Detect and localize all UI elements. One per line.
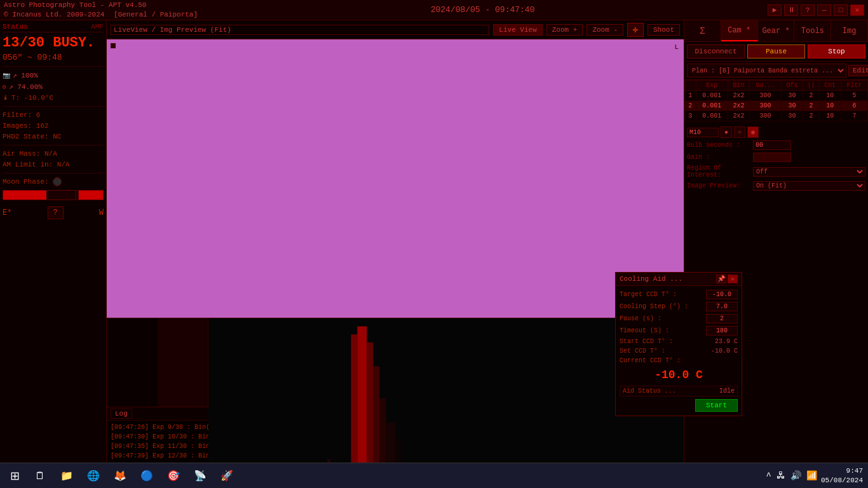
row3-sep: 2 bbox=[803, 111, 820, 121]
right-tabs: Σ Cam * Gear * Tools Img bbox=[684, 20, 868, 42]
maximize-btn[interactable]: □ bbox=[834, 4, 848, 16]
gain-input[interactable] bbox=[753, 152, 791, 162]
region-select[interactable]: Off bbox=[753, 167, 865, 177]
timeout-input[interactable] bbox=[706, 326, 738, 336]
table-row[interactable]: 3 0.001 2x2 300 30 2 10 7 bbox=[685, 111, 868, 121]
tab-cam[interactable]: Cam * bbox=[721, 20, 758, 41]
tray-network-icon[interactable]: 🖧 bbox=[776, 471, 785, 481]
pause-btn[interactable]: ⏸ bbox=[784, 4, 798, 16]
filter-label: Filter: 6 bbox=[3, 111, 40, 119]
dot-btn-1[interactable]: ● bbox=[721, 126, 732, 138]
table-row[interactable]: 2 0.001 2x2 300 30 2 10 6 bbox=[685, 101, 868, 111]
th-gain: Ga... bbox=[749, 81, 781, 91]
taskbar-circle-icon[interactable]: 🔵 bbox=[135, 466, 158, 486]
stat-pct-2: ↗ 74.00% bbox=[9, 83, 43, 91]
th-num bbox=[685, 81, 696, 91]
sys-tray: ^ 🖧 🔊 📶 bbox=[766, 470, 817, 481]
airmass-label: Air Mass: N/A bbox=[3, 150, 57, 158]
taskbar-target-icon[interactable]: 🎯 bbox=[162, 466, 185, 486]
cooling-popup-title: Cooling Aid ... bbox=[620, 275, 682, 283]
current-temp-display: -10.0 C bbox=[620, 367, 738, 383]
title-left: Astro Photography Tool - APT v4.50 © Inc… bbox=[4, 1, 198, 19]
row1-bin: 2x2 bbox=[728, 91, 749, 101]
cooling-step-input[interactable] bbox=[706, 302, 738, 311]
stop-btn[interactable]: Stop bbox=[808, 44, 865, 58]
start-menu-btn[interactable]: ⊞ bbox=[5, 466, 25, 485]
aid-status-value: Idle bbox=[719, 388, 735, 395]
plan-select[interactable]: Plan : [B] Paiporta Banda estreta ... bbox=[687, 64, 846, 78]
tray-wifi-icon[interactable]: 📶 bbox=[806, 470, 817, 481]
current-ccd-row: Current CCD T° : bbox=[620, 357, 738, 364]
m10-input[interactable] bbox=[687, 128, 719, 137]
main-container: Status AMF 13/30 BUSY. 056" ~ 09:48 📷 ↗ … bbox=[0, 20, 868, 488]
popup-pin-btn[interactable]: 📌 bbox=[716, 274, 726, 283]
dot-btn-2[interactable]: ○ bbox=[734, 126, 745, 138]
set-ccd-value: -10.0 C bbox=[706, 348, 738, 355]
liveview-title-text: LiveView / Img Preview (Fit) bbox=[114, 26, 231, 34]
stat-row-1: 📷 ↗ 100% bbox=[3, 71, 104, 80]
moon-phase-label: Moon Phase: bbox=[3, 178, 49, 186]
taskbar-apt-icon[interactable]: 📡 bbox=[189, 466, 212, 486]
progress-bars bbox=[3, 190, 104, 200]
progress-bar-2 bbox=[78, 190, 104, 200]
popup-close-btn[interactable]: ✕ bbox=[728, 274, 738, 283]
amlimit-label: AM Limit in: N/A bbox=[3, 161, 70, 168]
zoom-plus-btn[interactable]: Zoom + bbox=[546, 24, 583, 36]
shoot-btn[interactable]: Shoot bbox=[648, 24, 680, 36]
th-bin: Bin bbox=[728, 81, 749, 91]
row1-exp: 0.001 bbox=[696, 91, 728, 101]
img-preview-label: Image Preview: bbox=[687, 182, 750, 189]
taskbar-folder-icon[interactable]: 📁 bbox=[55, 466, 78, 486]
log-title: Log bbox=[111, 409, 132, 419]
bulb-label: Bulb seconds : bbox=[687, 142, 750, 149]
row3-ofs: 30 bbox=[782, 111, 803, 121]
table-row[interactable]: 1 0.001 2x2 300 30 2 10 5 bbox=[685, 91, 868, 101]
cooling-popup: Cooling Aid ... 📌 ✕ Target CCD T° : Cool… bbox=[615, 272, 742, 416]
row1-sep: 2 bbox=[803, 91, 820, 101]
moon-phase-row: Moon Phase: bbox=[3, 177, 104, 186]
taskbar-rocket-icon[interactable]: 🚀 bbox=[215, 466, 238, 486]
target-ccd-input[interactable] bbox=[706, 290, 738, 299]
taskbar-notes-icon[interactable]: 🗒 bbox=[29, 466, 51, 486]
live-view-btn[interactable]: Live View bbox=[493, 24, 542, 36]
th-cnt: Cnt bbox=[819, 81, 841, 91]
tab-img[interactable]: Img bbox=[831, 20, 868, 41]
amlimit-row: AM Limit in: N/A bbox=[3, 160, 104, 169]
row3-gain: 300 bbox=[749, 111, 781, 121]
aid-status-label: Aid Status ... bbox=[623, 388, 676, 395]
tray-sound-icon[interactable]: 🔊 bbox=[790, 470, 801, 481]
zoom-minus-btn[interactable]: Zoom - bbox=[587, 24, 623, 36]
tab-gear[interactable]: Gear * bbox=[758, 20, 795, 41]
status-label: Status bbox=[3, 23, 28, 30]
minimize-btn[interactable]: — bbox=[817, 4, 831, 16]
help-btn[interactable]: ? bbox=[801, 4, 815, 16]
play-btn[interactable]: ▶ bbox=[768, 4, 782, 16]
edit-btn[interactable]: Edit bbox=[848, 65, 868, 76]
th-fltr: Fltr bbox=[841, 81, 867, 91]
start-btn[interactable]: Start bbox=[695, 399, 738, 412]
bulb-row: ● ○ ◉ bbox=[687, 126, 865, 138]
svg-rect-1 bbox=[351, 334, 357, 463]
row2-bin: 2x2 bbox=[728, 101, 749, 111]
tab-tools[interactable]: Tools bbox=[794, 20, 831, 41]
tray-expand-icon[interactable]: ^ bbox=[766, 471, 771, 481]
pause-action-btn[interactable]: Pause bbox=[747, 44, 805, 58]
taskbar-clock: 9:47 05/08/2024 bbox=[821, 466, 863, 485]
tab-sigma[interactable]: Σ bbox=[684, 20, 721, 41]
row1-gain: 300 bbox=[749, 91, 781, 101]
cooling-step-row: Cooling Step (°) : bbox=[620, 302, 738, 311]
region-label: Region Of Interest: bbox=[687, 165, 750, 179]
taskbar-firefox-icon[interactable]: 🦊 bbox=[109, 466, 132, 486]
crosshair-btn[interactable]: ✛ bbox=[627, 23, 644, 37]
taskbar-browser-icon[interactable]: 🌐 bbox=[82, 466, 105, 486]
pause-input[interactable] bbox=[706, 314, 738, 323]
bulb-input[interactable] bbox=[753, 140, 791, 150]
disconnect-btn[interactable]: Disconnect bbox=[687, 44, 745, 58]
img-preview-select[interactable]: On (Fit) bbox=[753, 181, 865, 191]
datetime: 2024/08/05 - 09:47:40 bbox=[431, 5, 535, 15]
close-btn[interactable]: ✕ bbox=[850, 4, 864, 16]
row3-bin: 2x2 bbox=[728, 111, 749, 121]
target-ccd-row: Target CCD T° : bbox=[620, 290, 738, 299]
dot-btn-3[interactable]: ◉ bbox=[747, 126, 759, 138]
th-sep: || bbox=[803, 81, 820, 91]
